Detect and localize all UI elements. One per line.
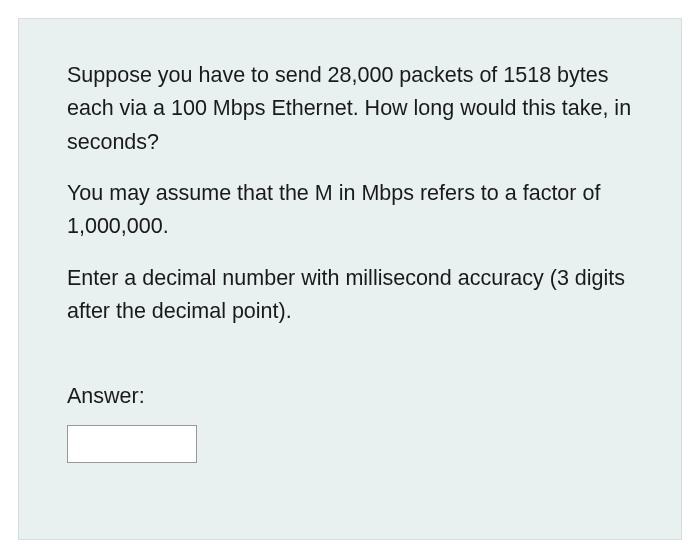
answer-input[interactable] xyxy=(67,425,197,463)
question-paragraph-2: You may assume that the M in Mbps refers… xyxy=(67,177,633,244)
question-paragraph-3: Enter a decimal number with millisecond … xyxy=(67,262,633,329)
answer-label: Answer: xyxy=(67,384,633,409)
question-card: Suppose you have to send 28,000 packets … xyxy=(18,18,682,540)
answer-section: Answer: xyxy=(67,384,633,463)
question-paragraph-1: Suppose you have to send 28,000 packets … xyxy=(67,59,633,159)
